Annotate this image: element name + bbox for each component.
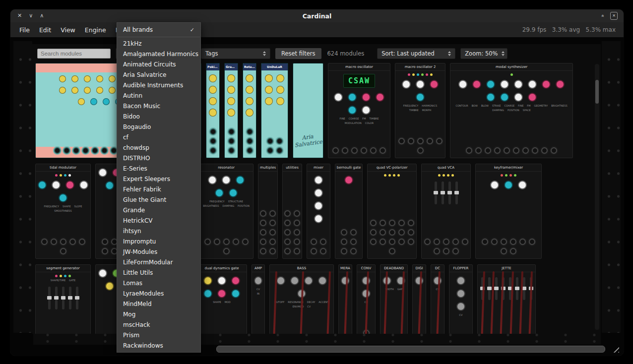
- rack-rail-right: [602, 41, 621, 333]
- updown-icon: [502, 51, 505, 56]
- brand-menu-item[interactable]: E-Series: [117, 164, 200, 174]
- jacks: [368, 217, 416, 258]
- knobs: [476, 177, 541, 190]
- jacks: [395, 135, 445, 158]
- module-tile[interactable]: modal synthesizerCONTOURBOWBLOWSTRIKECOA…: [450, 63, 573, 158]
- brand-menu-item-all-brands[interactable]: All brands ✓: [117, 25, 200, 35]
- module-tile[interactable]: segment generatorSHAPE/TIMEGATE: [35, 264, 91, 334]
- module-tile[interactable]: quad VC-polarizer: [367, 164, 417, 259]
- brand-menu-item[interactable]: Impromptu: [117, 237, 200, 247]
- brand-menu-item[interactable]: mscHack: [117, 320, 200, 330]
- brand-menu-item[interactable]: Mog: [117, 309, 200, 320]
- brand-menu-item[interactable]: Lomas: [117, 278, 200, 289]
- brand-menu-item[interactable]: DISTRHO: [117, 153, 200, 164]
- module-tile[interactable]: utilities: [282, 164, 302, 259]
- brand-menu-item[interactable]: Fehler Fabrik: [117, 184, 200, 195]
- window-close-icon[interactable]: ✕: [17, 13, 22, 19]
- vertical-scrollbar-handle[interactable]: [595, 80, 599, 104]
- module-title: dual dynamics gate: [197, 265, 247, 272]
- brand-menu-item[interactable]: Bacon Music: [117, 101, 200, 112]
- module-tile[interactable]: UnDuLaR: [261, 63, 288, 158]
- module-tile[interactable]: DCCV: [431, 264, 444, 334]
- collapse-icon[interactable]: »: [600, 14, 606, 17]
- brand-menu-item[interactable]: Rackwindows: [117, 341, 200, 351]
- module-tile[interactable]: resonatorFREQUENCYSTRUCTUREBRIGHTNESSDAM…: [199, 164, 253, 259]
- brand-menu-item[interactable]: Prism: [117, 330, 200, 341]
- brand-menu-item[interactable]: LifeFormModular: [117, 257, 200, 268]
- close-box-icon[interactable]: ✕: [610, 12, 618, 20]
- window-shade-icon[interactable]: ∨: [29, 13, 33, 19]
- brand-menu-item[interactable]: Aria Salvatrice: [117, 70, 200, 80]
- brand-menu-item[interactable]: Amalgamated Harmonics: [117, 49, 200, 60]
- module-tile[interactable]: bernoulli gate: [335, 164, 363, 259]
- module-tile[interactable]: Aria Salvatrice: [293, 63, 323, 158]
- module-tile[interactable]: CONVCV: [357, 264, 376, 334]
- brand-menu-item[interactable]: Expert Sleepers: [117, 174, 200, 184]
- module-title: DIGI: [413, 265, 426, 272]
- module-tile[interactable]: MERA: [338, 264, 352, 334]
- brand-menu-item[interactable]: LyraeModules: [117, 289, 200, 299]
- brand-menu-item[interactable]: chowdsp: [117, 143, 200, 153]
- knob-labels: CVIN: [252, 286, 264, 295]
- brand-menu-item[interactable]: Bidoo: [117, 112, 200, 122]
- resize-grip[interactable]: [611, 344, 619, 353]
- rack-rail-left: [13, 41, 32, 333]
- knob-labels: CV: [449, 312, 472, 316]
- brand-menu-item[interactable]: Bogaudio: [117, 122, 200, 132]
- jacks: [422, 236, 470, 258]
- module-tile[interactable]: JETTE: [477, 264, 536, 334]
- module-tile[interactable]: keyframer/mixer: [475, 164, 542, 259]
- search-input[interactable]: [37, 49, 111, 59]
- module-title: macro oscillator 2: [395, 63, 445, 71]
- menu-view[interactable]: View: [61, 26, 75, 34]
- brand-menu-item[interactable]: Glue the Giant: [117, 195, 200, 205]
- tags-select[interactable]: Tags: [201, 48, 270, 59]
- brand-menu-item[interactable]: HetrickCV: [117, 216, 200, 226]
- module-title: tidal modulator: [36, 164, 90, 172]
- module-tile[interactable]: macro oscillator 2FREQUENCYHARMONICSTIMB…: [395, 63, 445, 158]
- module-tile[interactable]: quad VCA: [421, 164, 471, 259]
- module-tile[interactable]: dual dynamics gateSHAPEMOD: [196, 264, 247, 334]
- menu-edit[interactable]: Edit: [39, 26, 51, 34]
- jacks: [243, 126, 256, 158]
- module-tile[interactable]: DIGI: [412, 264, 426, 334]
- check-icon: ✓: [190, 25, 194, 35]
- brand-menu-item[interactable]: cf: [117, 132, 200, 143]
- brand-menu-item[interactable]: Animated Circuits: [117, 60, 200, 70]
- module-tile[interactable]: FLOPPERCV: [449, 264, 473, 334]
- reset-filters-button[interactable]: Reset filters: [275, 48, 321, 59]
- module-tile[interactable]: Rotatoes: [243, 63, 256, 158]
- brand-menu-item[interactable]: Grande: [117, 205, 200, 216]
- menu-engine[interactable]: Engine: [85, 26, 106, 34]
- jacks: [36, 236, 90, 258]
- module-tile[interactable]: BASSCUTOFFRESONANCEDECAYACCENTENVMODCV: [269, 264, 334, 334]
- sort-select-value: Sort: Last updated: [381, 50, 435, 57]
- window-unshade-icon[interactable]: ∧: [40, 13, 44, 19]
- vertical-scrollbar[interactable]: [595, 64, 599, 330]
- sort-select[interactable]: Sort: Last updated: [377, 48, 455, 59]
- module-title: Pokies: [206, 63, 219, 70]
- zoom-select[interactable]: Zoom: 50%: [460, 48, 507, 59]
- knobs: [197, 272, 247, 299]
- jacks: [199, 236, 253, 258]
- module-tile[interactable]: Grabby: [224, 63, 238, 158]
- updown-icon: [263, 51, 266, 56]
- horizontal-scrollbar[interactable]: [216, 346, 605, 353]
- module-tile[interactable]: tidal modulatorFREQUENCYSHAPESLOPESMOOTH…: [35, 164, 91, 259]
- brand-menu-item[interactable]: ihtsyn: [117, 226, 200, 237]
- module-tile[interactable]: AMPCVIN: [252, 264, 265, 334]
- menu-file[interactable]: File: [19, 26, 30, 34]
- module-tile[interactable]: macro oscillatorCSAWFINECOARSEFMTIMBREMO…: [328, 63, 390, 158]
- brand-menu-item[interactable]: Autinn: [117, 91, 200, 101]
- module-tile[interactable]: mixer: [307, 164, 330, 259]
- brand-menu-item[interactable]: MindMeld: [117, 299, 200, 309]
- module-tile[interactable]: DEADBANDWIDTHGAP: [380, 264, 408, 334]
- knobs: [199, 172, 253, 198]
- brand-menu-item[interactable]: Little Utils: [117, 268, 200, 278]
- brand-menu-item[interactable]: Audible Instruments: [117, 80, 200, 91]
- jacks: [335, 227, 362, 258]
- module-tile[interactable]: Pokies: [206, 63, 220, 158]
- module-tile[interactable]: multiples: [258, 164, 278, 259]
- brand-menu-item[interactable]: 21kHz: [117, 39, 200, 49]
- brand-menu-item[interactable]: JW-Modules: [117, 247, 200, 257]
